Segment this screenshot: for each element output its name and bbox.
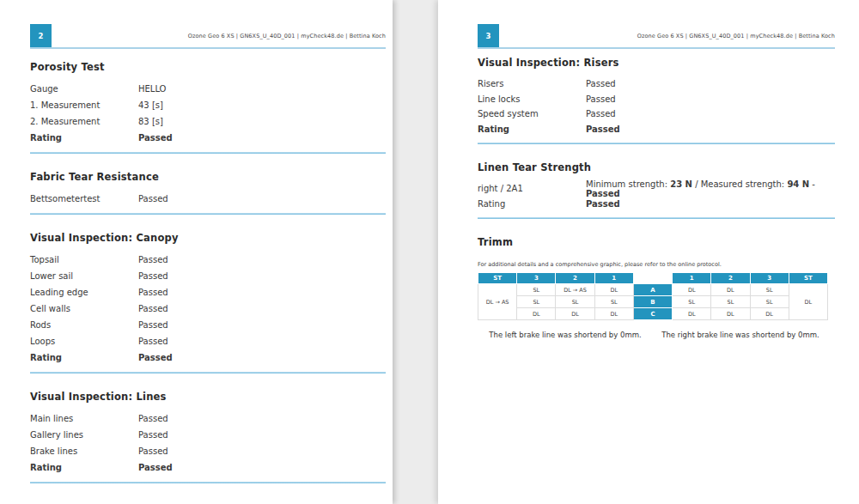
trimm-table: ST 3 2 1 1 2 3 ST DL → AS SL DL → AS DL … [478, 272, 828, 320]
spec-label: 1. Measurement [30, 100, 138, 110]
section-title: Visual Inspection: Risers [478, 57, 835, 69]
spec-label: Topsail [30, 255, 138, 264]
trimm-row-label-cell: A [633, 284, 672, 296]
trimm-right-span-cell: DL [789, 284, 827, 320]
page-header-meta: Ozone Geo 6 XS | GN6XS_U_40D_001 | myChe… [637, 33, 835, 39]
trimm-cell: DL → AS [556, 284, 594, 296]
trimm-cell: DL [594, 284, 633, 296]
trimm-cell: SL [673, 296, 711, 308]
spec-label: Rating [30, 133, 138, 143]
spec-row: Bettsometertest Passed [30, 191, 386, 207]
section-fabric-tear-resistance: Fabric Tear Resistance Bettsometertest P… [30, 171, 386, 215]
spec-row: Topsail Passed [30, 252, 386, 268]
spec-label: Gauge [30, 84, 138, 94]
section-linen-tear-strength: Linen Tear Strength right / 2A1 Minimum … [478, 161, 835, 219]
page-header: 2 Ozone Geo 6 XS | GN6XS_U_40D_001 | myC… [30, 24, 386, 49]
spec-label: Line locks [478, 94, 586, 104]
trimm-cell: DL [711, 308, 750, 320]
brake-note-right: The right brake line was shortend by 0mm… [653, 331, 828, 339]
page-2: 2 Ozone Geo 6 XS | GN6XS_U_40D_001 | myC… [0, 0, 393, 504]
section-title: Porosity Test [30, 61, 386, 73]
spec-label: 2. Measurement [30, 117, 138, 126]
trimm-header-cell: ST [478, 273, 517, 284]
spec-row-rating: Rating Passed [30, 130, 386, 146]
section-trimm: Trimm For additional details and a compr… [478, 236, 835, 339]
spec-row: Speed system Passed [478, 106, 835, 122]
trimm-row-c: DL DL DL C DL DL DL [478, 308, 828, 320]
spec-label: Speed system [478, 109, 586, 118]
page-number-badge: 3 [478, 24, 499, 47]
spec-row: Main lines Passed [30, 410, 386, 427]
spec-label: Brake lines [30, 446, 138, 456]
spec-value: 83 [s] [138, 117, 163, 126]
spec-label: Rating [30, 463, 138, 472]
spec-row: Leading edge Passed [30, 284, 386, 301]
trimm-header-cell-empty [633, 273, 672, 284]
spec-value: Passed [138, 271, 168, 281]
spec-row-rating: Rating Passed [30, 459, 386, 476]
section-visual-inspection-canopy: Visual Inspection: Canopy Topsail Passed… [30, 232, 386, 373]
trimm-cell: SL [750, 296, 789, 308]
section-title: Visual Inspection: Canopy [30, 232, 386, 244]
spec-row: Rods Passed [30, 317, 386, 333]
section-separator [478, 143, 835, 144]
spec-row: 1. Measurement 43 [s] [30, 97, 386, 113]
page-number-badge: 2 [30, 24, 52, 47]
trimm-row-label-cell: C [633, 308, 672, 320]
section-title: Fabric Tear Resistance [30, 171, 386, 183]
section-title: Visual Inspection: Lines [30, 391, 386, 403]
trimm-header-cell: ST [789, 273, 827, 284]
trimm-row-a: DL → AS SL DL → AS DL A DL DL SL DL [478, 284, 828, 296]
section-porosity-test: Porosity Test Gauge HELLO 1. Measurement… [30, 61, 386, 154]
spec-row-rating: Rating Passed [30, 349, 386, 366]
spec-label: right / 2A1 [478, 184, 586, 193]
brake-note-left: The left brake line was shortend by 0mm. [478, 331, 653, 339]
trimm-cell: DL [673, 284, 711, 296]
spec-label: Bettsometertest [30, 194, 138, 203]
trimm-header-cell: 1 [594, 273, 633, 284]
trimm-cell: SL [517, 296, 556, 308]
trimm-cell: SL [711, 296, 750, 308]
trimm-cell: DL [711, 284, 750, 296]
spec-label: Risers [478, 79, 586, 88]
spec-row: 2. Measurement 83 [s] [30, 113, 386, 130]
spec-value: Passed [586, 109, 616, 118]
section-separator [30, 213, 386, 215]
trimm-cell: SL [594, 296, 633, 308]
trimm-cell: DL [517, 308, 556, 320]
spec-value: Passed [586, 199, 620, 209]
spec-value: Passed [138, 337, 168, 346]
page-3: 3 Ozone Geo 6 XS | GN6XS_U_40D_001 | myC… [438, 0, 859, 504]
spec-value: Passed [138, 430, 168, 440]
trimm-header-cell: 2 [711, 273, 750, 284]
trimm-header-cell: 3 [517, 273, 556, 284]
brake-notes: The left brake line was shortend by 0mm.… [478, 331, 828, 339]
spec-row-rating: Rating Passed [478, 122, 835, 137]
spec-value: Passed [586, 79, 616, 88]
spec-row: Line locks Passed [478, 92, 835, 107]
trimm-header-cell: 3 [750, 273, 789, 284]
trimm-header-cell: 1 [673, 273, 711, 284]
page-header-meta: Ozone Geo 6 XS | GN6XS_U_40D_001 | myChe… [188, 33, 386, 39]
trimm-cell: SL [517, 284, 556, 296]
section-title: Trimm [478, 236, 835, 248]
spec-row: Gauge HELLO [30, 81, 386, 97]
trimm-cell: DL [750, 308, 789, 320]
spec-row-rating: Rating Passed [478, 197, 835, 212]
trimm-note: For additional details and a comprehensi… [478, 261, 835, 268]
trimm-cell: SL [556, 296, 594, 308]
spec-value: Passed [586, 94, 616, 104]
spec-label: Gallery lines [30, 430, 138, 440]
trimm-header-row: ST 3 2 1 1 2 3 ST [478, 273, 828, 284]
section-separator [30, 152, 386, 154]
spec-value: Passed [138, 446, 168, 456]
section-visual-inspection-lines: Visual Inspection: Lines Main lines Pass… [30, 391, 386, 483]
spec-row: Loops Passed [30, 333, 386, 349]
spec-value: Passed [138, 414, 168, 423]
spec-value: Passed [138, 353, 173, 362]
spec-label: Loops [30, 337, 138, 346]
spec-label: Cell walls [30, 304, 138, 313]
spec-value: Passed [138, 255, 168, 264]
spec-value: Passed [138, 320, 168, 330]
trimm-row-label-cell: B [633, 296, 672, 308]
